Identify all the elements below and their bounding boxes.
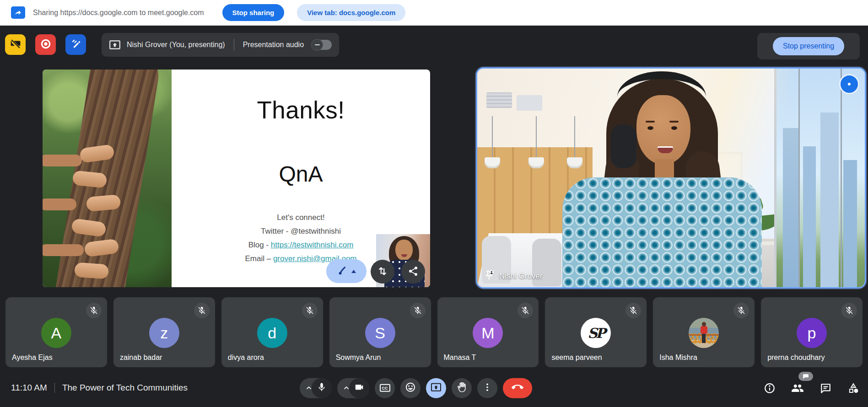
mic-off-icon [841, 303, 857, 318]
mic-button[interactable] [312, 378, 332, 398]
present-button[interactable] [426, 378, 446, 398]
participant-tile[interactable]: S Sowmya Arun [329, 297, 431, 367]
video-nametag: Nishi Grover [484, 270, 542, 283]
tile-more-options-button[interactable] [839, 74, 859, 94]
laser-pen-button[interactable] [326, 259, 367, 283]
camera-button[interactable] [349, 378, 369, 398]
presenting-status-pill: Nishi Grover (You, presenting) Presentat… [102, 33, 339, 57]
pill-divider [234, 39, 234, 51]
participant-name: Manasa T [444, 353, 476, 362]
present-icon [431, 382, 442, 394]
participant-avatar: S [365, 318, 395, 348]
main-video-tile[interactable]: Nishi Grover [477, 69, 865, 287]
participant-tile[interactable]: d divya arora [221, 297, 323, 367]
tab-share-arrow-icon [11, 6, 25, 19]
participant-name: prerna choudhary [767, 353, 825, 362]
mic-off-icon [518, 303, 533, 318]
scroll-sync-icon [377, 265, 388, 278]
ceiling-vent [486, 92, 512, 108]
slide-photo-hands-on-tree [43, 70, 172, 287]
presentation-audio-toggle[interactable] [312, 40, 332, 50]
scroll-sync-button[interactable] [371, 260, 394, 284]
participant-avatar: SP [581, 318, 611, 348]
lamp-shade [567, 157, 582, 168]
blog-prefix: Blog - [248, 241, 271, 249]
participant-avatar: d [257, 318, 287, 348]
presentation-slide: Thanks! QnA Let's connect! Twitter - @te… [43, 70, 430, 287]
avatar-letter: d [268, 324, 276, 342]
avatar-letter: M [481, 324, 494, 342]
more-vert-icon [482, 382, 492, 394]
speaker-face [395, 240, 413, 261]
expand-caret-icon [351, 270, 356, 273]
end-call-icon [512, 381, 523, 395]
participant-name: seema parveen [551, 353, 602, 362]
participant-name: divya arora [228, 353, 264, 362]
raise-hand-button[interactable] [452, 378, 472, 398]
people-icon [791, 382, 804, 396]
pinned-presenter-icon [484, 270, 495, 283]
participant-name: zainab badar [120, 353, 162, 362]
video-participant-name: Nishi Grover [499, 272, 542, 281]
slide-title: Thanks! [172, 96, 430, 124]
participant-tile[interactable]: p prerna choudhary [761, 297, 863, 367]
reactions-button[interactable] [400, 378, 421, 398]
participant-avatar [689, 318, 719, 348]
people-button[interactable] [791, 382, 804, 395]
avatar-letter: SP [588, 325, 604, 341]
participant-tile[interactable]: A Ayesha Ejas [5, 297, 107, 367]
mic-control-group[interactable] [300, 378, 332, 398]
share-button[interactable] [401, 260, 425, 284]
chat-button[interactable] [819, 382, 832, 395]
mic-off-icon [194, 303, 210, 318]
slide-subtitle: QnA [172, 161, 430, 187]
hand [74, 262, 109, 279]
participant-name: Ayesha Ejas [12, 353, 53, 362]
divider [54, 382, 55, 392]
headphone-earcup [611, 124, 636, 168]
lamp-cord [492, 116, 493, 158]
mic-off-icon [302, 303, 318, 318]
record-button[interactable] [35, 34, 56, 55]
annotate-button[interactable] [65, 34, 86, 55]
participant-tile[interactable]: SP seema parveen [545, 297, 647, 367]
more-options-button[interactable] [477, 378, 497, 398]
participant-avatar: p [797, 318, 827, 348]
presenter-label: Nishi Grover (You, presenting) [127, 41, 225, 49]
camera-control-group[interactable] [337, 378, 369, 398]
blog-link[interactable]: https://testwithnishi.com [271, 241, 353, 249]
arm [43, 155, 82, 166]
participant-filmstrip: A Ayesha Ejas z zainab badar [5, 297, 863, 367]
end-call-button[interactable] [503, 378, 532, 398]
record-icon [40, 38, 52, 51]
activities-icon [847, 382, 859, 396]
share-banner: Sharing https://docs.google.com to meet.… [0, 0, 868, 26]
slide-connect-heading: Let's connect! [172, 213, 430, 222]
captions-button[interactable]: CC [375, 378, 395, 398]
stop-presenting-button[interactable]: Stop presenting [773, 37, 844, 55]
participant-tile[interactable]: z zainab badar [113, 297, 215, 367]
avatar-letter: z [160, 324, 168, 342]
chat-icon [819, 382, 831, 396]
call-controls: CC [300, 378, 532, 398]
stop-sharing-button[interactable]: Stop sharing [222, 4, 285, 21]
activities-button[interactable] [847, 382, 860, 395]
mic-off-icon [86, 303, 102, 318]
meeting-title: The Power of Tech Communities [62, 382, 188, 392]
lamp-cord [574, 116, 575, 158]
participant-tile[interactable]: Isha Mishra [653, 297, 755, 367]
clock: 11:10 AM [11, 382, 47, 392]
annotate-pen-icon [70, 38, 82, 51]
share-banner-text: Sharing https://docs.google.com to meet.… [33, 9, 204, 17]
chat-notification-badge [798, 372, 813, 381]
view-tab-button[interactable]: View tab: docs.google.com [297, 4, 405, 21]
info-button[interactable] [763, 382, 776, 395]
mic-off-icon [733, 303, 749, 318]
email-prefix: Email – [245, 254, 273, 263]
mic-off-icon [625, 303, 641, 318]
keyboard-hide-button[interactable] [5, 34, 26, 55]
person-blouse [562, 177, 762, 287]
participant-name: Sowmya Arun [336, 353, 381, 362]
avatar-letter: S [375, 324, 385, 342]
participant-tile[interactable]: M Manasa T [437, 297, 539, 367]
